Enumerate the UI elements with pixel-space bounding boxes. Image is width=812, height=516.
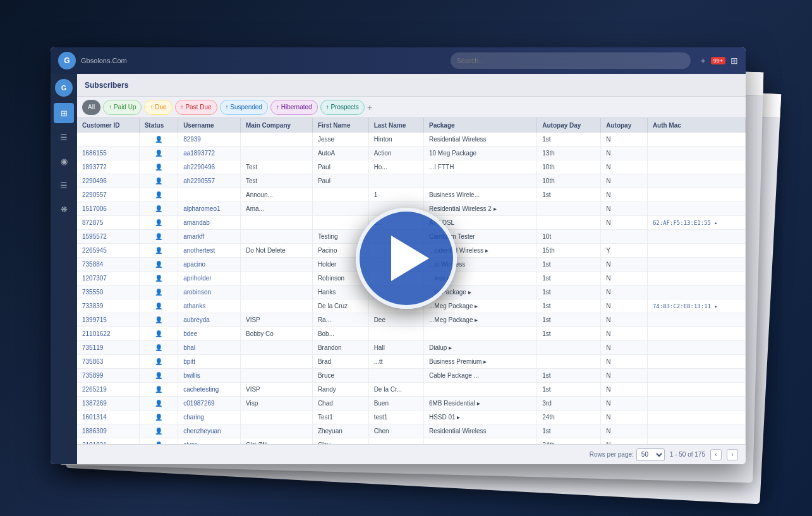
play-circle[interactable] (356, 208, 457, 309)
filter-tab-hibernated[interactable]: ↑ Hibernated (270, 100, 318, 115)
cell-username[interactable]: clyzn (178, 438, 241, 445)
cell-username[interactable]: amandab (178, 216, 241, 230)
col-lastname[interactable]: Last Name (368, 118, 423, 133)
col-autopay-day[interactable]: Autopay Day (537, 118, 601, 133)
cell-username[interactable]: bhal (178, 341, 241, 355)
cell-username[interactable]: aa1893772 (178, 147, 241, 160)
cell-username[interactable]: athanks (178, 299, 241, 313)
cell-username[interactable]: apacino (178, 258, 241, 272)
cell-status: 👤 (139, 216, 178, 230)
rows-per-page-select[interactable]: 50 25 100 (636, 448, 665, 461)
cell-status: 👤 (139, 258, 178, 272)
cell-username[interactable]: bwillis (178, 369, 241, 383)
table-row[interactable]: 1601314 👤 charing Test1 test1 HSSD 01 ▸ … (77, 411, 746, 424)
col-autopay[interactable]: Autopay (601, 118, 648, 133)
cell-package: ...Meg Package ▸ (423, 313, 536, 327)
grid-icon[interactable]: ⊞ (730, 56, 738, 66)
table-row[interactable]: 1387269 👤 c01987269 Visp Chad Buen 6MB R… (77, 397, 746, 411)
cell-status: 👤 (139, 230, 178, 244)
col-company[interactable]: Main Company (240, 118, 312, 133)
cell-package (423, 174, 536, 188)
cell-company (240, 299, 312, 313)
cell-customer-id: 21101622 (77, 327, 139, 341)
sidebar-item-menu[interactable]: ☰ (54, 127, 74, 147)
cell-username[interactable]: apriholder (178, 272, 241, 285)
cell-company (240, 411, 312, 424)
cell-mac (647, 202, 745, 216)
cell-username[interactable]: arobinson (178, 285, 241, 299)
col-username[interactable]: Username (178, 118, 241, 133)
col-customer-id[interactable]: Customer ID (77, 118, 139, 133)
cell-package (423, 438, 536, 445)
prev-page-button[interactable]: ‹ (710, 449, 722, 460)
table-row[interactable]: 2101821 👤 clyzn ClayZN Clay 24th N (77, 438, 746, 445)
cell-username[interactable]: anothertest (178, 244, 241, 258)
cell-lastname: Dee (368, 313, 423, 327)
cell-firstname: Randy (312, 383, 368, 397)
cell-lastname (368, 438, 423, 445)
cell-username[interactable]: chenzheyuan (178, 424, 241, 438)
cell-package: Cable Package ... (423, 369, 536, 383)
table-row[interactable]: 2265219 👤 cachetesting VISP Randy De la … (77, 383, 746, 397)
filter-tab-paid[interactable]: ↑ Paid Up (103, 100, 142, 115)
cell-firstname: Chad (312, 397, 368, 411)
cell-username[interactable]: amarkff (178, 230, 241, 244)
cell-username[interactable]: bdee (178, 327, 241, 341)
table-row[interactable]: 1893772 👤 ah2290496 Test Paul Ho... ...I… (77, 160, 746, 174)
table-row[interactable]: 2290496 👤 ah2290557 Test Paul 10th N (77, 174, 746, 188)
table-row[interactable]: 👤 82939 Jesse Hinton Residential Wireles… (77, 133, 746, 147)
cell-firstname: Clay (312, 438, 368, 445)
sidebar-item-settings[interactable]: ❋ (54, 199, 74, 219)
cell-username[interactable]: aubreyda (178, 313, 241, 327)
cell-status: 👤 (139, 438, 178, 445)
filter-tab-all[interactable]: All (82, 100, 100, 115)
notification-badge[interactable]: 99+ (711, 57, 725, 64)
play-button[interactable] (356, 208, 457, 309)
table-row[interactable]: 735899 👤 bwillis Bruce Cable Package ...… (77, 369, 746, 383)
top-search-bar[interactable] (451, 52, 691, 69)
cell-company: Visp (240, 397, 312, 411)
cell-customer-id: 735863 (77, 355, 139, 369)
table-row[interactable]: 1399715 👤 aubreyda VISP Ra... Dee ...Meg… (77, 313, 746, 327)
cell-username[interactable]: charing (178, 411, 241, 424)
cell-username[interactable]: 82939 (178, 133, 241, 147)
sidebar-item-circle[interactable]: ◉ (54, 151, 74, 171)
cell-customer-id: 1399715 (77, 313, 139, 327)
sidebar-item-list[interactable]: ☰ (54, 175, 74, 195)
next-page-button[interactable]: › (727, 449, 738, 460)
filter-tab-due[interactable]: ↑ Due (144, 100, 172, 115)
top-search-input[interactable] (457, 57, 684, 64)
filter-tab-pastdue[interactable]: ↑ Past Due (175, 100, 217, 115)
col-auth-mac[interactable]: Auth Mac (647, 118, 745, 133)
table-row[interactable]: 735863 👤 bpitt Brad ...tt Business Premi… (77, 355, 746, 369)
cell-company (240, 424, 312, 438)
cell-username[interactable]: bpitt (178, 355, 241, 369)
cell-autopay: N (601, 424, 648, 438)
cell-username[interactable]: ah2290496 (178, 160, 241, 174)
col-package[interactable]: Package (423, 118, 536, 133)
cell-username[interactable]: cachetesting (178, 383, 241, 397)
cell-mac (647, 313, 745, 327)
cell-username[interactable]: c01987269 (178, 397, 241, 411)
table-row[interactable]: 735119 👤 bhal Brandon Hall Dialup ▸ N (77, 341, 746, 355)
cell-status: 👤 (139, 188, 178, 202)
table-row[interactable]: 2290557 👤 Announ... 1 Business Wirele...… (77, 188, 746, 202)
cell-lastname: Chen (368, 424, 423, 438)
col-status[interactable]: Status (139, 118, 178, 133)
table-row[interactable]: 21101622 👤 bdee Bobby Co Bob... 1st N (77, 327, 746, 341)
filter-tab-prospects[interactable]: ↑ Prospects (320, 100, 365, 115)
top-bar-actions: + 99+ ⊞ (701, 56, 738, 66)
table-row[interactable]: 1686155 👤 aa1893772 AutoA Action 10 Meg … (77, 147, 746, 160)
cell-customer-id: 735550 (77, 285, 139, 299)
cell-firstname: Bob... (312, 327, 368, 341)
cell-username[interactable]: ah2290557 (178, 174, 241, 188)
more-tabs-icon[interactable]: + (367, 102, 372, 112)
cell-username[interactable]: alpharomeo1 (178, 202, 241, 216)
plus-icon[interactable]: + (701, 56, 706, 66)
table-row[interactable]: 1886309 👤 chenzheyuan Zheyuan Chen Resid… (77, 424, 746, 438)
sidebar-item-subscribers[interactable]: ⊞ (54, 103, 74, 123)
col-firstname[interactable]: First Name (312, 118, 368, 133)
filter-tab-suspended[interactable]: ↑ Suspended (220, 100, 268, 115)
cell-status: 👤 (139, 272, 178, 285)
cell-username[interactable] (178, 188, 241, 202)
